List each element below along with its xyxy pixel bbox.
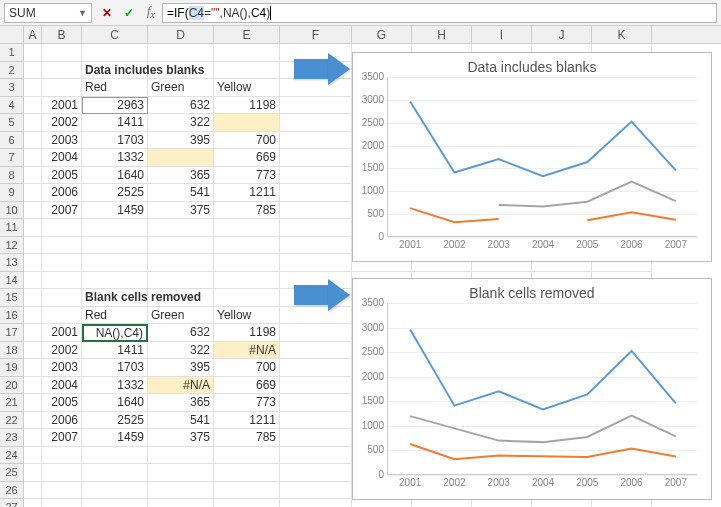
row-header-13[interactable]: 13 <box>0 254 24 272</box>
cell-D5[interactable]: 322 <box>148 114 214 132</box>
cell-D19[interactable]: 395 <box>148 359 214 377</box>
cancel-icon[interactable]: ✕ <box>96 3 118 23</box>
col-header-E[interactable]: E <box>214 26 280 43</box>
row-header-15[interactable]: 15 <box>0 289 24 307</box>
cell-C11[interactable] <box>82 219 148 237</box>
row-header-20[interactable]: 20 <box>0 377 24 395</box>
cell-A6[interactable] <box>24 132 42 150</box>
cell-D10[interactable]: 375 <box>148 202 214 220</box>
fx-icon[interactable]: fx <box>140 3 162 23</box>
cell-F11[interactable] <box>280 219 352 237</box>
row-header-8[interactable]: 8 <box>0 167 24 185</box>
cell-D22[interactable]: 541 <box>148 412 214 430</box>
cell-C24[interactable] <box>82 447 148 465</box>
cell-A24[interactable] <box>24 447 42 465</box>
cell-B20[interactable]: 2004 <box>42 377 82 395</box>
row-header-27[interactable]: 27 <box>0 499 24 507</box>
cell-F27[interactable] <box>280 499 352 507</box>
cell-D6[interactable]: 395 <box>148 132 214 150</box>
col-header-J[interactable]: J <box>532 26 592 43</box>
cell-J27[interactable] <box>532 499 592 507</box>
cell-C16[interactable]: Red <box>82 307 148 325</box>
cell-F9[interactable] <box>280 184 352 202</box>
cell-E23[interactable]: 785 <box>214 429 280 447</box>
cell-C10[interactable]: 1459 <box>82 202 148 220</box>
cell-A18[interactable] <box>24 342 42 360</box>
cell-B15[interactable] <box>42 289 82 307</box>
cell-A19[interactable] <box>24 359 42 377</box>
cell-C26[interactable] <box>82 482 148 500</box>
cell-B4[interactable]: 2001 <box>42 97 82 115</box>
cell-D14[interactable] <box>148 272 214 290</box>
cell-D4[interactable]: 632 <box>148 97 214 115</box>
cell-B7[interactable]: 2004 <box>42 149 82 167</box>
cell-E17[interactable]: 1198 <box>214 324 280 342</box>
cell-D26[interactable] <box>148 482 214 500</box>
cell-A26[interactable] <box>24 482 42 500</box>
cell-B24[interactable] <box>42 447 82 465</box>
cell-A25[interactable] <box>24 464 42 482</box>
row-header-5[interactable]: 5 <box>0 114 24 132</box>
cell-B17[interactable]: 2001 <box>42 324 82 342</box>
cell-A4[interactable] <box>24 97 42 115</box>
cell-B9[interactable]: 2006 <box>42 184 82 202</box>
cell-B18[interactable]: 2002 <box>42 342 82 360</box>
cell-D24[interactable] <box>148 447 214 465</box>
cell-B1[interactable] <box>42 44 82 62</box>
cell-E5[interactable] <box>214 114 280 132</box>
cell-D12[interactable] <box>148 237 214 255</box>
cell-K27[interactable] <box>592 499 652 507</box>
cell-B2[interactable] <box>42 62 82 80</box>
cell-A13[interactable] <box>24 254 42 272</box>
col-header-B[interactable]: B <box>42 26 82 43</box>
col-header-F[interactable]: F <box>280 26 352 43</box>
cell-A12[interactable] <box>24 237 42 255</box>
cell-C8[interactable]: 1640 <box>82 167 148 185</box>
cell-D20[interactable]: #N/A <box>148 377 214 395</box>
cell-C2[interactable]: Data includes blanks <box>82 62 148 80</box>
cell-F6[interactable] <box>280 132 352 150</box>
col-header-H[interactable]: H <box>412 26 472 43</box>
cell-B13[interactable] <box>42 254 82 272</box>
cell-F7[interactable] <box>280 149 352 167</box>
col-header-D[interactable]: D <box>148 26 214 43</box>
cell-A8[interactable] <box>24 167 42 185</box>
cell-E20[interactable]: 669 <box>214 377 280 395</box>
cell-A9[interactable] <box>24 184 42 202</box>
cell-F12[interactable] <box>280 237 352 255</box>
cell-C27[interactable] <box>82 499 148 507</box>
cell-A11[interactable] <box>24 219 42 237</box>
cell-D16[interactable]: Green <box>148 307 214 325</box>
col-header-K[interactable]: K <box>592 26 652 43</box>
row-header-11[interactable]: 11 <box>0 219 24 237</box>
cell-C25[interactable] <box>82 464 148 482</box>
cell-B5[interactable]: 2002 <box>42 114 82 132</box>
row-header-4[interactable]: 4 <box>0 97 24 115</box>
col-header-C[interactable]: C <box>82 26 148 43</box>
cell-E26[interactable] <box>214 482 280 500</box>
cell-F5[interactable] <box>280 114 352 132</box>
cell-A10[interactable] <box>24 202 42 220</box>
cell-A21[interactable] <box>24 394 42 412</box>
row-header-21[interactable]: 21 <box>0 394 24 412</box>
cell-D3[interactable]: Green <box>148 79 214 97</box>
cell-D9[interactable]: 541 <box>148 184 214 202</box>
cell-E1[interactable] <box>214 44 280 62</box>
cell-B22[interactable]: 2006 <box>42 412 82 430</box>
cell-E2[interactable] <box>214 62 280 80</box>
cell-A16[interactable] <box>24 307 42 325</box>
row-header-10[interactable]: 10 <box>0 202 24 220</box>
cell-D1[interactable] <box>148 44 214 62</box>
cell-E14[interactable] <box>214 272 280 290</box>
cell-A14[interactable] <box>24 272 42 290</box>
cell-D18[interactable]: 322 <box>148 342 214 360</box>
cell-F4[interactable] <box>280 97 352 115</box>
cell-B21[interactable]: 2005 <box>42 394 82 412</box>
cell-C23[interactable]: 1459 <box>82 429 148 447</box>
cell-C12[interactable] <box>82 237 148 255</box>
row-header-17[interactable]: 17 <box>0 324 24 342</box>
cell-B25[interactable] <box>42 464 82 482</box>
cell-F13[interactable] <box>280 254 352 272</box>
cell-A7[interactable] <box>24 149 42 167</box>
row-header-1[interactable]: 1 <box>0 44 24 62</box>
